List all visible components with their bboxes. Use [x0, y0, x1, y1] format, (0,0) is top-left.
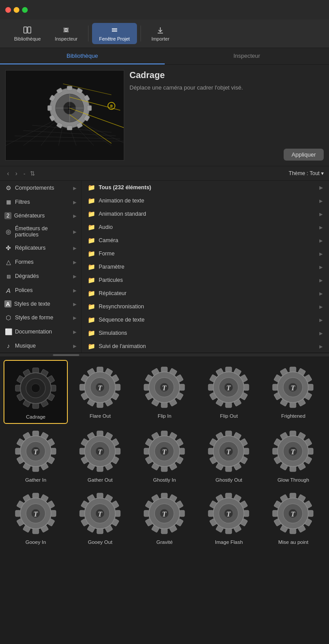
- importer-toolbar-button[interactable]: Importer: [144, 23, 177, 44]
- svg-rect-230: [97, 529, 103, 534]
- styles-forme-icon: ⬡: [4, 314, 12, 322]
- right-item-animation-standard[interactable]: 📁 Animation standard ▶: [81, 207, 329, 221]
- svg-rect-54: [33, 404, 39, 408]
- grid-item-cadrage-label: Cadrage: [26, 414, 45, 419]
- grid-item-flare-out-label: Flare Out: [89, 413, 111, 419]
- grid-item-glow-through[interactable]: T Glow Through: [261, 424, 325, 486]
- svg-text:T: T: [162, 510, 167, 518]
- grid-item-ghostly-in[interactable]: T Ghostly In: [132, 424, 196, 486]
- svg-rect-182: [225, 467, 232, 472]
- nav-updown-button[interactable]: ⇅: [30, 170, 35, 177]
- svg-rect-153: [80, 448, 85, 454]
- folder-icon-simulations: 📁: [88, 329, 95, 337]
- emetteurs-icon: ◎: [4, 228, 12, 236]
- grid-row-3: T Gooey In: [4, 486, 325, 548]
- close-button[interactable]: [5, 7, 11, 13]
- nav-forward-button[interactable]: ›: [14, 169, 19, 178]
- horizontal-scrollbar[interactable]: [0, 353, 329, 356]
- right-item-parametre[interactable]: 📁 Paramètre ▶: [81, 260, 329, 273]
- filtres-icon: ▦: [4, 198, 12, 206]
- right-item-suivi-animation[interactable]: 📁 Suivi de l'animation ▶: [81, 340, 329, 352]
- right-item-replicateur[interactable]: 📁 Réplicateur ▶: [81, 287, 329, 300]
- svg-rect-89: [144, 384, 149, 390]
- svg-rect-272: [290, 493, 296, 498]
- right-item-resynchronisation[interactable]: 📁 Resynchronisation ▶: [81, 300, 329, 313]
- svg-rect-201: [273, 448, 277, 454]
- scrollbar-thumb[interactable]: [53, 354, 79, 356]
- grid-item-flare-out[interactable]: T Flare Out: [68, 360, 132, 424]
- grid-item-flip-out-label: Flip Out: [220, 413, 238, 419]
- grid-item-ghostly-out[interactable]: T Ghostly Out: [197, 424, 261, 486]
- folder-icon-suivi-animation: 📁: [88, 343, 95, 350]
- svg-text:T: T: [162, 384, 167, 392]
- right-item-forme[interactable]: 📁 Forme ▶: [81, 247, 329, 260]
- sidebar-item-musique[interactable]: ♪ Musique ▶: [0, 339, 81, 352]
- gear-icon-gooey-in: T: [13, 490, 59, 537]
- svg-rect-281: [273, 510, 277, 517]
- sidebar-item-polices[interactable]: A Polices ▶: [0, 283, 81, 297]
- grid-item-mise-au-point[interactable]: T Mise au point: [261, 486, 325, 548]
- grid-item-gravite[interactable]: T Gravité: [132, 486, 196, 548]
- sidebar-item-degrades[interactable]: ▨ Dégradés ▶: [0, 269, 81, 283]
- grid-item-frightened[interactable]: T Frightened: [261, 360, 325, 424]
- grid-item-flip-out[interactable]: T Flip Out: [197, 360, 261, 424]
- svg-rect-128: [33, 431, 39, 436]
- grid-item-ghostly-in-label: Ghostly In: [153, 477, 176, 483]
- grid-item-gather-in[interactable]: T Gather In: [4, 424, 68, 486]
- grid-item-gooey-out[interactable]: T Gooey Out: [68, 486, 132, 548]
- sidebar-item-documentation[interactable]: ⬜ Documentation ▶: [0, 325, 81, 339]
- sidebar-item-formes[interactable]: △ Formes ▶: [0, 255, 81, 269]
- right-item-camera[interactable]: 📁 Caméra ▶: [81, 234, 329, 247]
- grid-item-flip-in[interactable]: T Flip In: [132, 360, 196, 424]
- right-item-sequence-texte[interactable]: 📁 Séquence de texte ▶: [81, 313, 329, 326]
- svg-text:T: T: [291, 510, 296, 518]
- grid-item-gooey-in-label: Gooey In: [26, 539, 46, 545]
- sidebar-item-emetteurs[interactable]: ◎ Émetteurs de particules ▶: [0, 222, 81, 241]
- right-item-simulations[interactable]: 📁 Simulations ▶: [81, 326, 329, 340]
- nav-dash: -: [23, 170, 25, 177]
- folder-icon-resynchronisation: 📁: [88, 303, 95, 310]
- sidebar-item-comportements[interactable]: ⚙ Comportements ▶: [0, 181, 81, 195]
- tab-inspecteur[interactable]: Inspecteur: [165, 48, 329, 64]
- sidebar-item-generateurs[interactable]: 2 Générateurs ▶: [0, 209, 81, 222]
- sidebar-item-styles-forme[interactable]: ⬡ Styles de forme ▶: [0, 311, 81, 325]
- fenetre-projet-toolbar-button[interactable]: Fenêtre Projet: [92, 23, 137, 44]
- right-item-audio[interactable]: 📁 Audio ▶: [81, 221, 329, 234]
- grid-item-gooey-in[interactable]: T Gooey In: [4, 486, 68, 548]
- tab-bibliotheque[interactable]: Bibliothèque: [0, 48, 165, 64]
- comportements-icon: ⚙: [4, 184, 12, 192]
- folder-icon-tous: 📁: [88, 184, 95, 191]
- right-item-animation-texte[interactable]: 📁 Animation de texte ▶: [81, 194, 329, 207]
- grid-item-mise-au-point-label: Mise au point: [278, 539, 308, 545]
- bibliotheque-toolbar-button[interactable]: Bibliothèque: [7, 23, 48, 44]
- sidebar-item-replicateurs[interactable]: ✤ Réplicateurs ▶: [0, 241, 81, 255]
- gear-icon-mise-au-point: T: [270, 490, 316, 537]
- svg-rect-144: [97, 431, 103, 436]
- apply-button[interactable]: Appliquer: [284, 149, 324, 161]
- svg-text:T: T: [98, 510, 103, 518]
- inspecteur-toolbar-button[interactable]: Inspecteur: [48, 23, 85, 44]
- svg-rect-169: [144, 448, 149, 454]
- gear-icon-frightened: T: [270, 364, 316, 411]
- svg-text:T: T: [98, 448, 103, 456]
- sidebar-item-styles-texte[interactable]: A Styles de texte ▶: [0, 297, 81, 311]
- grid-item-gather-in-label: Gather In: [25, 477, 46, 483]
- right-item-particules[interactable]: 📁 Particules ▶: [81, 273, 329, 287]
- grid-item-gather-out[interactable]: T Gather Out: [68, 424, 132, 486]
- svg-rect-57: [15, 385, 20, 391]
- fullscreen-button[interactable]: [22, 7, 28, 13]
- grid-row-1: Cadrage: [4, 360, 325, 424]
- svg-rect-102: [225, 403, 232, 408]
- svg-rect-192: [290, 431, 296, 436]
- right-item-tous[interactable]: 📁 Tous (232 éléments) ▶: [81, 181, 329, 194]
- grid-row-2: T Gather In: [4, 424, 325, 486]
- grid-item-image-flash[interactable]: T Image Flash: [197, 486, 261, 548]
- svg-rect-208: [33, 493, 39, 498]
- titlebar: [0, 0, 329, 19]
- svg-text:T: T: [291, 448, 296, 456]
- nav-back-button[interactable]: ‹: [5, 169, 11, 178]
- svg-rect-233: [80, 510, 85, 517]
- sidebar-item-filtres[interactable]: ▦ Filtres ▶: [0, 195, 81, 209]
- grid-item-cadrage[interactable]: Cadrage: [4, 360, 68, 424]
- minimize-button[interactable]: [14, 7, 19, 13]
